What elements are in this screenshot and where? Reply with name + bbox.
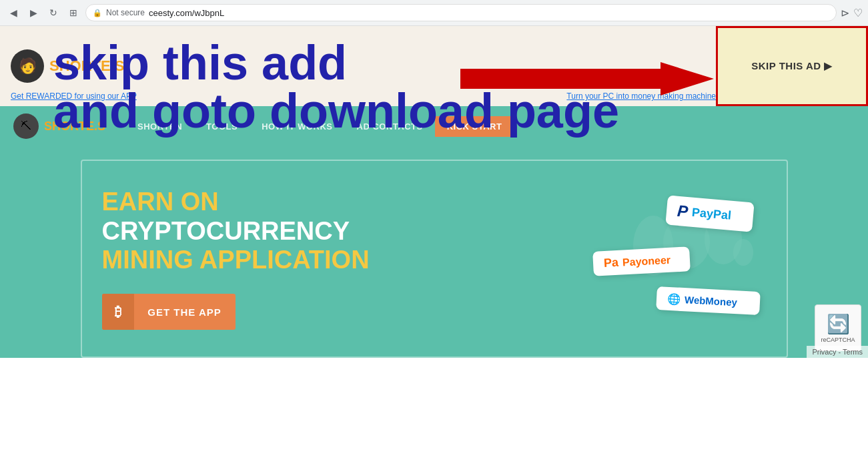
turn-pc-link[interactable]: Turn your PC into money making machine — [566, 91, 716, 101]
ad-banner-top: 🧑 SHORTE.S Get REWARDED for using our AP… — [0, 26, 868, 106]
apps-button[interactable]: ⊞ — [65, 5, 81, 21]
page-wrapper: ◀ ▶ ↻ ⊞ 🔒 Not secure ceesty.com/wJbpnL ⊳… — [0, 0, 868, 464]
recaptcha-label: reCAPTCHA — [821, 336, 855, 343]
nav-item-ad-contacts[interactable]: AD CONTACTS — [345, 116, 435, 137]
paypal-label: PayPal — [691, 205, 732, 222]
ad-card: EARN ON CRYPTOCURRENCY MINING APPLICATIO… — [81, 160, 788, 358]
nav-item-shorten[interactable]: SHORTEN — [125, 116, 194, 137]
forward-icon: ▶ — [30, 7, 37, 18]
browser-chrome: ◀ ▶ ↻ ⊞ 🔒 Not secure ceesty.com/wJbpnL ⊳… — [0, 0, 868, 26]
skip-this-ad-button[interactable]: SKIP THIS AD ▶ — [716, 26, 868, 106]
earn-title: EARN ON CRYPTOCURRENCY MINING APPLICATIO… — [102, 188, 370, 275]
logo-icon: 🧑 — [11, 49, 44, 83]
btc-icon: ₿ — [102, 294, 134, 330]
back-button[interactable]: ◀ — [5, 5, 21, 21]
reload-icon: ↻ — [49, 7, 57, 18]
site-nav: ⛏ SHORTE.S SHORTEN TOOLS HOW IT WORKS AD… — [0, 106, 868, 146]
nav-items: SHORTEN TOOLS HOW IT WORKS AD CONTACTS K… — [125, 116, 514, 137]
toolbar-right: ⊳ ♡ — [841, 7, 863, 19]
main-content: ⛏ SHORTE.S SHORTEN TOOLS HOW IT WORKS AD… — [0, 106, 868, 358]
webmoney-card: 🌐 WebMoney — [656, 286, 761, 314]
security-label: Not secure — [106, 8, 145, 17]
terms-link[interactable]: Terms — [843, 348, 863, 356]
skip-ad-label: SKIP THIS AD ▶ — [751, 60, 833, 72]
ad-card-left: EARN ON CRYPTOCURRENCY MINING APPLICATIO… — [102, 188, 370, 330]
logo-text: SHORTE.S — [49, 57, 124, 75]
earn-line3: MINING APPLICATION — [102, 246, 370, 274]
privacy-link[interactable]: Privacy — [812, 348, 836, 356]
bookmark-icon[interactable]: ♡ — [853, 7, 863, 19]
back-icon: ◀ — [10, 7, 17, 18]
get-app-button[interactable]: ₿ GET THE APP — [102, 294, 236, 330]
recaptcha-badge: 🔄 reCAPTCHA — [815, 304, 861, 351]
lock-icon: 🔒 — [93, 9, 102, 17]
webmoney-label: WebMoney — [684, 294, 737, 308]
get-rewarded-link[interactable]: Get REWARDED for using our APP — [11, 91, 137, 101]
site-logo-icon: ⛏ — [13, 113, 39, 139]
paypal-icon: P — [676, 201, 688, 220]
webmoney-icon: 🌐 — [667, 292, 681, 305]
url-text: ceesty.com/wJbpnL — [149, 8, 224, 18]
get-app-label: GET THE APP — [134, 306, 236, 318]
nav-item-how-it-works[interactable]: HOW IT WORKS — [250, 116, 344, 137]
reload-button[interactable]: ↻ — [45, 5, 61, 21]
recaptcha-icon: 🔄 — [827, 313, 850, 335]
svg-point-5 — [733, 239, 753, 266]
apps-icon: ⊞ — [69, 7, 77, 18]
site-logo-text: SHORTE.S — [44, 120, 105, 134]
browser-toolbar: ◀ ▶ ↻ ⊞ 🔒 Not secure ceesty.com/wJbpnL ⊳… — [0, 0, 868, 25]
payoneer-label: Payoneer — [622, 254, 671, 268]
payoneer-card: Pa Payoneer — [592, 246, 691, 276]
logo-emoji: 🧑 — [19, 57, 37, 75]
address-bar[interactable]: 🔒 Not secure ceesty.com/wJbpnL — [85, 4, 837, 21]
bottom-bar: Privacy - Terms — [807, 346, 868, 358]
forward-button[interactable]: ▶ — [25, 5, 41, 21]
nav-item-tools[interactable]: TOOLS — [194, 116, 250, 137]
shorte-logo: 🧑 SHORTE.S — [11, 49, 124, 83]
cast-icon[interactable]: ⊳ — [841, 7, 849, 19]
payoneer-icon: Pa — [603, 255, 618, 270]
site-logo-emoji: ⛏ — [21, 120, 31, 132]
payment-logos: P PayPal Pa Payoneer 🌐 WebMoney — [580, 192, 767, 326]
earn-line1: EARN ON — [102, 188, 219, 216]
earn-line2: CRYPTOCURRENCY — [102, 217, 350, 245]
nav-item-kick-start[interactable]: KICK START — [435, 116, 514, 137]
site-logo: ⛏ SHORTE.S — [13, 113, 105, 139]
